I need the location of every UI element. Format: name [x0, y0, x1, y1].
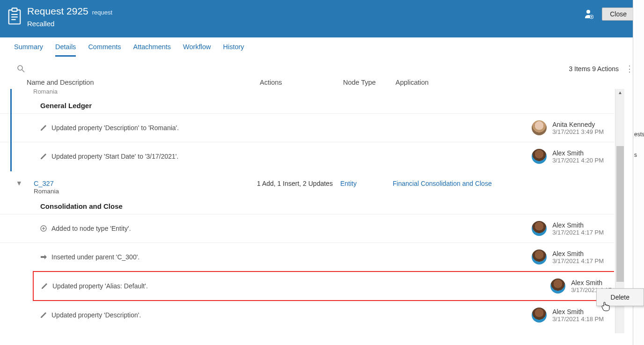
action-user: Alex Smith 3/17/2021 4:20 PM — [532, 149, 604, 164]
scrollbar-thumb[interactable] — [616, 146, 624, 282]
avatar — [550, 279, 565, 294]
pencil-icon — [40, 125, 47, 131]
pencil-icon — [40, 153, 47, 160]
action-row[interactable]: Updated property 'Description'. Alex Smi… — [0, 301, 614, 329]
col-name: Name and Description — [27, 79, 260, 86]
svg-point-5 — [586, 10, 590, 14]
items-summary: 3 Items 9 Actions — [569, 65, 619, 73]
svg-point-7 — [18, 66, 22, 70]
user-time: 3/17/2021 4:20 PM — [552, 157, 604, 164]
user-name: Alex Smith — [552, 149, 604, 157]
avatar — [532, 308, 547, 323]
assign-user-icon[interactable] — [584, 9, 593, 19]
section-general-ledger: General Ledger — [40, 102, 614, 110]
tab-history[interactable]: History — [223, 43, 244, 57]
details-content: Romania General Ledger Updated property … — [0, 89, 644, 333]
action-user: Alex Smith 3/17/2021 4:17 PM — [532, 221, 604, 236]
context-menu-delete[interactable]: Delete — [611, 294, 629, 301]
section-consolidation: Consolidation and Close — [40, 202, 614, 210]
user-name: Alex Smith — [552, 221, 604, 229]
svg-rect-1 — [12, 8, 17, 11]
window-header: Request 2925 request Recalled Close — [0, 0, 644, 37]
avatar — [532, 221, 547, 236]
action-text: Inserted under parent 'C_300'. — [51, 253, 532, 261]
action-row[interactable]: Added to node type 'Entity'. Alex Smith … — [0, 214, 614, 242]
caret-icon[interactable]: ▶ — [16, 182, 22, 188]
action-row[interactable]: Updated property 'Description' to 'Roman… — [0, 113, 614, 142]
item-subtitle: Romania — [33, 89, 614, 95]
bg-text: s — [634, 152, 637, 158]
tab-bar: Summary Details Comments Attachments Wor… — [0, 37, 644, 57]
action-row[interactable]: Inserted under parent 'C_300'. Alex Smit… — [0, 242, 614, 271]
tab-summary[interactable]: Summary — [14, 43, 43, 57]
item-row[interactable]: ▶ C_327 Romania 1 Add, 1 Insert, 2 Updat… — [0, 170, 614, 196]
item-nodetype-link[interactable]: Entity — [340, 180, 393, 187]
clipboard-icon — [7, 7, 22, 25]
svg-line-8 — [22, 70, 24, 72]
avatar — [532, 250, 547, 264]
status-badge: Recalled — [27, 20, 584, 28]
action-row[interactable]: Updated property 'Start Date' to '3/17/2… — [0, 142, 614, 170]
user-name: Alex Smith — [552, 308, 604, 316]
user-time: 3/17/2021 3:49 PM — [552, 128, 604, 135]
action-text: Updated property 'Description'. — [51, 311, 532, 319]
add-icon — [40, 225, 47, 232]
highlighted-action-row[interactable]: Updated property 'Alias: Default'. Alex … — [33, 271, 614, 301]
avatar — [532, 120, 547, 135]
search-icon[interactable] — [17, 65, 25, 73]
column-headers: Name and Description Actions Node Type A… — [0, 77, 644, 89]
action-text: Updated property 'Start Date' to '3/17/2… — [51, 153, 532, 160]
action-text: Updated property 'Description' to 'Roman… — [51, 124, 532, 132]
tab-comments[interactable]: Comments — [88, 43, 121, 57]
details-toolbar: 3 Items 9 Actions ⋮ — [0, 57, 644, 77]
user-name: Alex Smith — [571, 279, 614, 286]
col-nodetype: Node Type — [343, 79, 395, 86]
item-application-link[interactable]: Financial Consolidation and Close — [393, 180, 492, 187]
action-user: Alex Smith 3/17/2021 4:18 PM — [532, 308, 604, 323]
tab-workflow[interactable]: Workflow — [183, 43, 211, 57]
col-application: Application — [395, 79, 634, 86]
selection-accent — [10, 89, 12, 171]
insert-arrow-icon — [40, 254, 47, 260]
tab-attachments[interactable]: Attachments — [133, 43, 171, 57]
user-time: 3/17/2021 4:17 PM — [552, 229, 604, 236]
close-button[interactable]: Close — [602, 7, 635, 21]
item-name-link[interactable]: C_327 — [34, 180, 257, 187]
action-text: Updated property 'Alias: Default'. — [52, 282, 550, 290]
user-name: Alex Smith — [552, 250, 604, 257]
col-actions: Actions — [260, 79, 343, 86]
action-text: Added to node type 'Entity'. — [51, 225, 532, 232]
tab-details[interactable]: Details — [55, 43, 76, 57]
scrollbar-up-icon[interactable]: ▲ — [615, 89, 625, 97]
item-subtitle: Romania — [34, 188, 257, 195]
avatar — [532, 149, 547, 164]
user-name: Anita Kennedy — [552, 121, 604, 128]
item-actions-summary: 1 Add, 1 Insert, 2 Updates — [257, 180, 340, 187]
action-user: Alex Smith 3/17/2021 4:17 PM — [532, 250, 604, 264]
bg-text: ests — [634, 131, 644, 138]
action-user: Anita Kennedy 3/17/2021 3:49 PM — [532, 120, 604, 135]
page-subtype: request — [92, 9, 112, 16]
pencil-icon — [41, 283, 48, 289]
pencil-icon — [40, 312, 47, 318]
cursor-hand-icon — [601, 301, 610, 312]
user-time: 3/17/2021 4:17 PM — [552, 257, 604, 264]
user-time: 3/17/2021 4:18 PM — [552, 316, 604, 323]
item-group-1: Romania General Ledger Updated property … — [0, 89, 614, 170]
page-title: Request 2925 — [27, 6, 88, 17]
